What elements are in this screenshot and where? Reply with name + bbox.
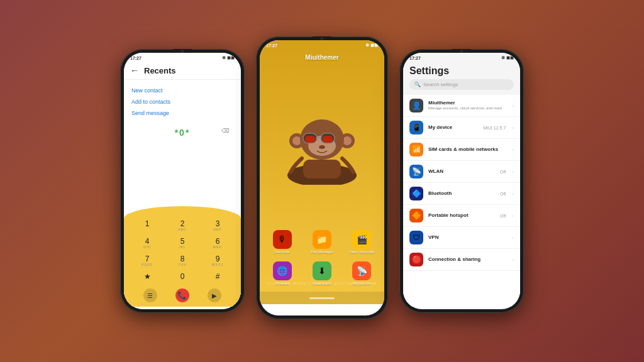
dialpad: 1 2 ABC 3 DEF 4 GHI [124, 217, 241, 283]
add-to-contacts-link[interactable]: Add to contacts [131, 96, 233, 107]
dial-key-0[interactable]: 0 [165, 270, 199, 283]
status-icons-3: ⊛ ◼◼ [501, 55, 514, 60]
more-icon[interactable]: ▶ [208, 288, 221, 302]
bluetooth-icon: 🔷 [409, 187, 423, 200]
settings-item-hotspot[interactable]: 🔶 Portable hotspot Off › [403, 205, 520, 227]
back-arrow-icon[interactable]: ← [130, 65, 139, 75]
mydevice-text: My device [428, 124, 478, 131]
chevron-icon-2: › [512, 125, 514, 131]
app-recorder[interactable]: 🎙 Recorder [265, 230, 299, 254]
svg-point-3 [292, 136, 301, 145]
videorecorder-label: Video Recorder [349, 250, 375, 254]
search-placeholder: Search settings [423, 82, 458, 87]
miremote-icon: 📡 [352, 261, 371, 280]
search-bar[interactable]: 🔍 Search settings [409, 79, 514, 90]
hotspot-text: Portable hotspot [428, 212, 495, 219]
filemanager-label: File Manager [311, 250, 333, 254]
sim-text: SIM cards & mobile networks [428, 146, 507, 153]
dial-key-star[interactable]: ★ [130, 270, 164, 283]
phone2-content: Miuithemer [260, 40, 384, 304]
settings-item-connection-sharing[interactable]: 🔴 Connection & sharing › [403, 249, 520, 271]
new-contact-link[interactable]: New contact [131, 85, 233, 96]
send-message-link[interactable]: Send message [131, 107, 233, 119]
app-grid-row1: 🎙 Recorder 📁 File Manager 🎬 Video Record… [260, 226, 384, 258]
chevron-icon-7: › [512, 235, 514, 241]
dial-key-6[interactable]: 6 MNO [201, 235, 235, 251]
time-1: 17:27 [130, 56, 142, 60]
dial-key-hash[interactable]: # [201, 270, 235, 283]
settings-item-miuithemer[interactable]: 👤 Miuithemer Manage accounts, cloud serv… [403, 95, 520, 117]
dialer-body: *0* ⌫ 1 2 ABC 3 DEF [124, 124, 241, 307]
wlan-text: WLAN [428, 168, 495, 175]
time-3: 17:27 [409, 56, 421, 60]
settings-list: 👤 Miuithemer Manage accounts, cloud serv… [403, 95, 520, 307]
bottom-bar-1: ☰ 📞 ▶ [124, 284, 241, 307]
dial-key-5[interactable]: 5 JKL [165, 235, 199, 251]
settings-header: Settings 🔍 Search settings [403, 62, 520, 92]
app-videorecorder[interactable]: 🎬 Video Recorder [345, 230, 379, 254]
svg-rect-13 [323, 136, 333, 143]
phone-settings: 17:27 ⊛ ◼◼ Settings 🔍 Search settings 👤 [399, 49, 524, 313]
recorder-label: Recorder [274, 250, 290, 254]
recents-title: Recents [144, 66, 176, 75]
status-icons-2: ⊛ ◼◼ [365, 43, 378, 48]
vpn-text: VPN [428, 234, 507, 241]
phone-recents: 17:27 ⊛◼◼ ← Recents New contact Add to c… [120, 49, 245, 313]
miuithemer-label: Miuithemer [260, 54, 384, 61]
menu-icon[interactable]: ☰ [143, 288, 157, 302]
settings-title: Settings [409, 65, 514, 77]
chevron-icon-4: › [512, 169, 514, 175]
dial-key-2[interactable]: 2 ABC [165, 217, 199, 234]
settings-item-wlan[interactable]: 📡 WLAN Off › [403, 161, 520, 183]
dial-key-1[interactable]: 1 [130, 217, 164, 234]
svg-point-5 [343, 136, 352, 145]
bluetooth-text: Bluetooth [428, 190, 495, 197]
dial-key-9[interactable]: 9 WXYZ [201, 253, 235, 269]
svg-rect-12 [305, 136, 315, 143]
wlan-icon: 📡 [409, 165, 423, 178]
app-filemanager[interactable]: 📁 File Manager [304, 230, 339, 254]
call-icon[interactable]: 📞 [175, 288, 189, 302]
status-bar-1: 17:27 ⊛◼◼ [124, 53, 241, 62]
chevron-icon: › [512, 103, 514, 109]
recorder-icon: 🎙 [273, 230, 292, 249]
filemanager-icon: 📁 [313, 230, 331, 249]
phones-container: 17:27 ⊛◼◼ ← Recents New contact Add to c… [114, 30, 530, 332]
time-2: 17:27 [266, 43, 277, 48]
phone1-content: ← Recents New contact Add to contacts Se… [124, 62, 241, 307]
dial-key-3[interactable]: 3 DEF [201, 217, 235, 234]
connection-sharing-text: Connection & sharing [428, 256, 507, 263]
delete-icon[interactable]: ⌫ [221, 128, 230, 134]
vpn-icon: 🛡 [409, 231, 423, 244]
svg-rect-1 [303, 160, 341, 178]
contact-links: New contact Add to contacts Send message [124, 80, 241, 124]
chevron-icon-8: › [512, 257, 514, 263]
settings-item-mydevice[interactable]: 📱 My device MIUI 12.5.7 › [403, 117, 520, 139]
videorecorder-icon: 🎬 [352, 230, 371, 249]
downloads-icon: ⬇ [313, 261, 331, 280]
nav-pill [309, 297, 335, 299]
watermark: VISIT FOR MORE THEMES > MIUITHEMER.COM [260, 282, 384, 285]
phone-home: 17:27 ⊛ ◼◼ Miuithemer [256, 36, 388, 319]
hotspot-icon: 🔶 [409, 209, 423, 222]
miuithemer-text: Miuithemer Manage accounts, cloud servic… [428, 100, 507, 111]
dial-key-4[interactable]: 4 GHI [130, 235, 164, 251]
chevron-icon-5: › [512, 191, 514, 197]
status-bar-3: 17:27 ⊛ ◼◼ [403, 53, 520, 62]
settings-item-bluetooth[interactable]: 🔷 Bluetooth Off › [403, 183, 520, 205]
recents-header: ← Recents [124, 62, 241, 80]
chevron-icon-3: › [512, 147, 514, 153]
settings-item-vpn[interactable]: 🛡 VPN › [403, 227, 520, 249]
svg-point-11 [319, 145, 325, 149]
dial-key-8[interactable]: 8 TUV [165, 253, 199, 269]
search-icon: 🔍 [414, 82, 421, 87]
mydevice-icon: 📱 [409, 121, 423, 134]
settings-item-sim[interactable]: 📶 SIM cards & mobile networks › [403, 139, 520, 161]
status-bar-2: 17:27 ⊛ ◼◼ [260, 40, 384, 49]
chevron-icon-6: › [512, 213, 514, 219]
dial-key-7[interactable]: 7 PQRS [130, 253, 164, 269]
phone3-content: Settings 🔍 Search settings 👤 Miuithemer … [403, 62, 520, 307]
connection-sharing-icon: 🔴 [409, 253, 423, 266]
status-icons-1: ⊛◼◼ [222, 55, 235, 60]
monkey-svg [284, 103, 360, 185]
